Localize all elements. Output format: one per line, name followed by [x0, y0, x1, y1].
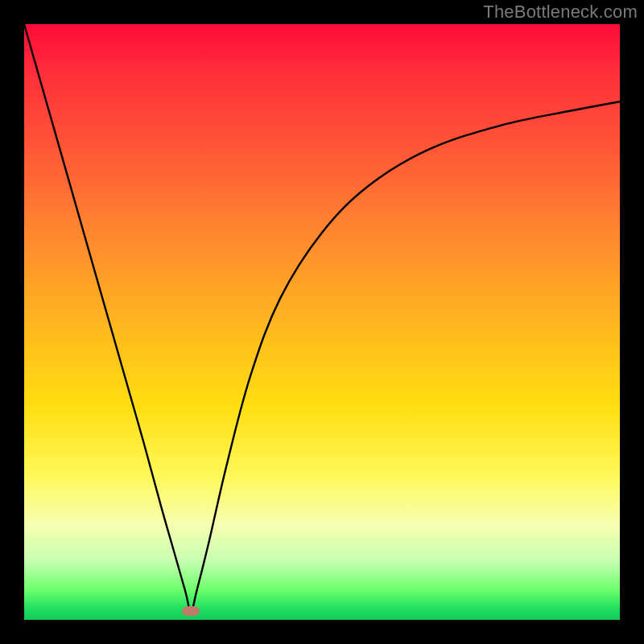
bottleneck-curve: [24, 24, 620, 620]
optimal-point-marker: [182, 606, 200, 616]
watermark-text: TheBottleneck.com: [483, 2, 638, 23]
chart-frame: TheBottleneck.com: [0, 0, 644, 644]
plot-area: [24, 24, 620, 620]
